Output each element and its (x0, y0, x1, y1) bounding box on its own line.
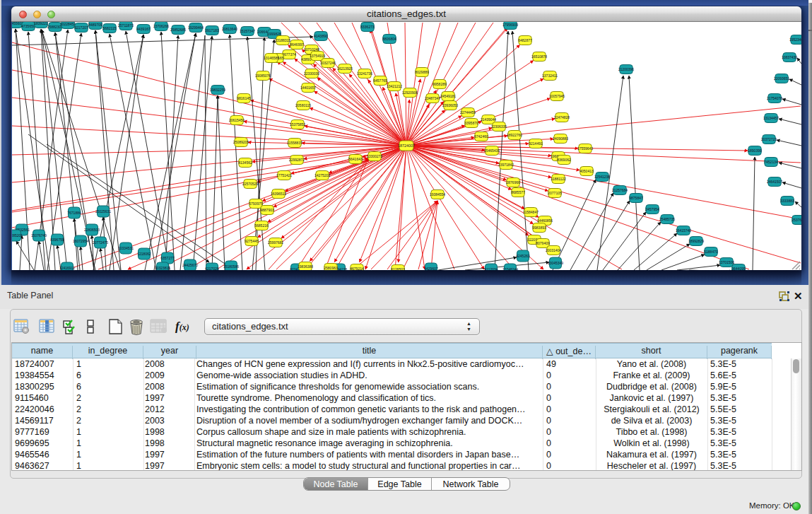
svg-text:23487347: 23487347 (425, 96, 440, 100)
svg-text:13045349: 13045349 (548, 261, 563, 265)
svg-text:2876966: 2876966 (506, 180, 520, 185)
svg-text:3917183: 3917183 (205, 28, 219, 33)
svg-text:13421212: 13421212 (387, 84, 402, 88)
svg-text:17751421: 17751421 (276, 173, 292, 177)
svg-text:25711873: 25711873 (118, 23, 134, 28)
svg-text:13241736: 13241736 (357, 71, 372, 76)
svg-text:8369062: 8369062 (557, 158, 571, 162)
svg-text:9816145: 9816145 (237, 96, 251, 100)
svg-text:17559643: 17559643 (577, 146, 593, 151)
svg-text:22744459: 22744459 (460, 110, 476, 115)
svg-text:20615450: 20615450 (229, 118, 245, 122)
svg-text:22474828: 22474828 (554, 115, 570, 119)
svg-text:22306335: 22306335 (491, 124, 507, 129)
svg-text:22330030: 22330030 (304, 71, 319, 76)
svg-text:9217207: 9217207 (74, 25, 88, 30)
svg-text:21257684: 21257684 (612, 188, 628, 192)
svg-text:8029889: 8029889 (415, 70, 429, 74)
svg-text:10228452: 10228452 (60, 22, 76, 26)
svg-text:20813640: 20813640 (222, 27, 237, 31)
svg-text:20580115: 20580115 (295, 103, 311, 107)
svg-text:9887903: 9887903 (260, 208, 274, 212)
svg-text:10837430: 10837430 (782, 55, 797, 59)
svg-text:13300273: 13300273 (367, 154, 382, 158)
svg-text:4439167: 4439167 (136, 27, 151, 31)
svg-text:15157347: 15157347 (240, 29, 255, 33)
svg-text:24425670: 24425670 (182, 263, 198, 267)
svg-text:5793975: 5793975 (249, 201, 263, 206)
svg-text:18724007: 18724007 (398, 144, 415, 148)
svg-text:23971842: 23971842 (498, 163, 514, 167)
svg-text:4143890: 4143890 (314, 34, 328, 38)
svg-text:20372723: 20372723 (761, 137, 777, 141)
svg-text:3677374: 3677374 (282, 52, 296, 57)
svg-text:14460856: 14460856 (537, 218, 553, 223)
svg-text:2457954: 2457954 (645, 207, 659, 211)
svg-text:8489709: 8489709 (88, 23, 102, 27)
svg-text:25025631: 25025631 (95, 209, 111, 214)
svg-text:6742460: 6742460 (474, 134, 488, 139)
svg-text:18992829: 18992829 (688, 239, 704, 243)
svg-text:8079409: 8079409 (536, 241, 550, 245)
svg-text:9275445: 9275445 (245, 239, 259, 243)
svg-text:14401657: 14401657 (300, 86, 316, 90)
svg-text:9875847: 9875847 (629, 196, 643, 200)
svg-text:4050413: 4050413 (579, 169, 594, 173)
svg-text:21200396: 21200396 (618, 67, 634, 71)
svg-text:13134457: 13134457 (763, 116, 779, 120)
svg-text:24549181: 24549181 (440, 94, 456, 98)
svg-text:8685577: 8685577 (511, 190, 525, 194)
svg-text:6482877: 6482877 (518, 38, 532, 42)
svg-text:1890399: 1890399 (748, 148, 762, 153)
svg-text:1839221: 1839221 (34, 22, 48, 25)
svg-text:15076749: 15076749 (31, 233, 47, 238)
svg-text:23706266: 23706266 (153, 24, 169, 28)
svg-text:16213925: 16213925 (337, 66, 353, 71)
svg-text:3395870: 3395870 (464, 121, 478, 125)
svg-text:15180586: 15180586 (223, 264, 239, 269)
svg-text:4735650: 4735650 (21, 24, 35, 28)
svg-text:5682115: 5682115 (102, 26, 116, 30)
svg-text:9983893: 9983893 (532, 226, 546, 230)
svg-text:13754919: 13754919 (310, 54, 325, 58)
svg-text:14275203: 14275203 (314, 173, 330, 177)
svg-text:17956909: 17956909 (502, 23, 518, 27)
svg-text:8396759: 8396759 (50, 238, 64, 242)
svg-text:1218062: 1218062 (137, 252, 151, 256)
svg-text:10327246: 10327246 (320, 61, 336, 65)
svg-text:13732411: 13732411 (542, 74, 558, 78)
svg-text:15375853: 15375853 (290, 122, 305, 127)
svg-text:7452134: 7452134 (764, 160, 778, 164)
svg-text:8646997: 8646997 (290, 42, 304, 47)
svg-text:19299464: 19299464 (188, 25, 204, 30)
svg-text:23936053: 23936053 (442, 103, 458, 107)
svg-text:20772475: 20772475 (93, 240, 108, 245)
svg-text:24090883: 24090883 (553, 136, 568, 141)
svg-text:2537611: 2537611 (792, 218, 801, 222)
svg-text:5685216: 5685216 (254, 223, 269, 228)
svg-text:12920906: 12920906 (402, 90, 418, 95)
svg-text:9958289: 9958289 (433, 82, 447, 86)
svg-text:21754078: 21754078 (767, 96, 782, 100)
svg-text:22992872: 22992872 (289, 158, 305, 162)
svg-text:20031404: 20031404 (546, 248, 561, 252)
svg-text:25485735: 25485735 (659, 217, 675, 221)
svg-text:22806503: 22806503 (84, 228, 100, 232)
svg-text:16072954: 16072954 (73, 239, 88, 243)
svg-text:19085076: 19085076 (255, 74, 271, 78)
svg-text:25997682: 25997682 (268, 240, 283, 245)
svg-text:11558837: 11558837 (287, 141, 302, 145)
svg-text:13701506: 13701506 (719, 260, 734, 264)
svg-text:25852685: 25852685 (170, 28, 186, 32)
svg-text:19836388: 19836388 (298, 264, 313, 269)
svg-text:7671884: 7671884 (67, 211, 81, 215)
svg-text:11881122: 11881122 (551, 177, 566, 181)
svg-text:23188315: 23188315 (275, 38, 290, 42)
svg-text:2077105: 2077105 (548, 191, 562, 195)
svg-text:19384554: 19384554 (430, 192, 445, 197)
svg-text:11584847: 11584847 (523, 210, 539, 214)
svg-text:25089205: 25089205 (233, 140, 249, 144)
svg-text:21439044: 21439044 (481, 117, 496, 122)
svg-text:19285201: 19285201 (12, 233, 23, 238)
svg-text:10334531: 10334531 (118, 246, 134, 250)
